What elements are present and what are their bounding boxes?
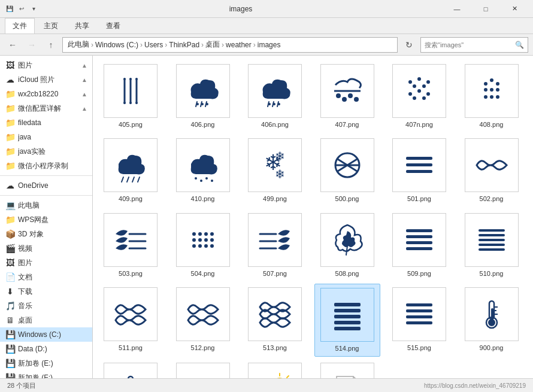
quick-access-dropdown[interactable]: ▾ [29, 4, 38, 14]
file-item-999[interactable]: N/A 999.png [170, 359, 236, 378]
drive-c-icon: 💾 [5, 330, 16, 339]
file-item-408[interactable]: 408.png [459, 60, 525, 132]
up-button[interactable]: ↑ [43, 37, 59, 53]
quick-access-save[interactable]: 💾 [5, 4, 14, 14]
file-item-514[interactable]: 514.png [314, 284, 380, 357]
svg-point-32 [417, 89, 421, 93]
file-item-md[interactable]: ↖ 和风天气状况代码和图标文档.md [314, 359, 380, 378]
maximize-button[interactable]: □ [472, 0, 499, 18]
file-item-410[interactable]: 410.png [170, 135, 236, 206]
sidebar-item-d-drive[interactable]: 💾 Data (D:) [0, 342, 92, 356]
forward-button[interactable]: → [24, 37, 40, 53]
quick-access-undo[interactable]: ↩ [17, 4, 26, 14]
sidebar-item-java[interactable]: 📁 java [0, 130, 92, 144]
sidebar-item-docs[interactable]: 📄 文档 [0, 270, 92, 284]
sidebar-item-wps[interactable]: 📁 WPS网盘 [0, 212, 92, 227]
svg-rect-62 [406, 170, 432, 173]
file-item-406[interactable]: 406.png [170, 60, 236, 132]
svg-point-29 [413, 84, 416, 88]
tab-share[interactable]: 共享 [67, 18, 97, 34]
search-box[interactable]: 🔍 [420, 37, 528, 53]
svg-rect-85 [406, 247, 432, 250]
tab-view[interactable]: 查看 [98, 18, 128, 34]
file-item-509[interactable]: 509.png [386, 209, 452, 281]
file-item-511[interactable]: 511.png [98, 284, 163, 357]
file-label-406: 406.png [191, 120, 215, 129]
file-item-515[interactable]: 515.png [386, 284, 452, 357]
search-input[interactable] [425, 41, 513, 48]
file-item-407[interactable]: 407.png [314, 60, 380, 132]
svg-rect-82 [406, 229, 432, 232]
file-item-508[interactable]: 508.png [314, 209, 380, 281]
svg-rect-84 [406, 241, 432, 244]
file-icon-503 [104, 213, 158, 267]
file-item-409[interactable]: 409.png [98, 135, 163, 206]
file-icon-900 [465, 287, 519, 341]
svg-point-41 [496, 88, 499, 92]
sidebar-item-filedata[interactable]: 📁 filedata [0, 116, 92, 130]
sidebar-item-downloads[interactable]: ⬇ 下载 [0, 284, 92, 299]
file-icon-407n [392, 64, 446, 118]
tab-home[interactable]: 主页 [36, 18, 66, 34]
svg-point-19 [273, 103, 275, 105]
file-item-900[interactable]: 900.png [459, 284, 525, 357]
sidebar-item-music[interactable]: 🎵 音乐 [0, 299, 92, 313]
file-label-501: 501.png [407, 195, 431, 203]
sidebar-item-wechat-config[interactable]: 📁 微信配置详解 ▲ [0, 101, 92, 116]
sidebar-item-e-drive[interactable]: 💾 新加卷 (E:) [0, 356, 92, 370]
file-icon-499: ❄ ❄ ❄ [248, 138, 302, 192]
sidebar-item-icloud[interactable]: ☁ iCloud 照片 ▲ [0, 72, 92, 87]
file-label-510: 510.png [480, 269, 504, 278]
file-item-507[interactable]: 507.png [242, 209, 308, 281]
sidebar-item-this-pc[interactable]: 💻 此电脑 [0, 198, 92, 212]
svg-rect-95 [334, 327, 361, 330]
svg-point-28 [426, 80, 430, 84]
svg-rect-91 [334, 303, 361, 306]
file-item-501[interactable]: 501.png [386, 135, 452, 206]
svg-point-111 [274, 378, 286, 378]
file-item-512[interactable]: 512.png [170, 284, 236, 357]
back-button[interactable]: ← [5, 37, 20, 53]
file-item-510[interactable]: 510.png [459, 209, 525, 281]
file-item-500[interactable]: 500.png [314, 135, 380, 206]
file-label-512: 512.png [191, 344, 215, 352]
svg-point-4 [129, 78, 132, 80]
file-grid: 405.png 406.png [95, 58, 531, 378]
address-path[interactable]: 此电脑 › Windows (C:) › Users › ThinkPad › … [62, 37, 398, 53]
sidebar-item-pics[interactable]: 🖼 图片 [0, 256, 92, 270]
file-item-502[interactable]: 502.png [459, 135, 525, 206]
file-item-wjpg[interactable]: w.jpg [242, 359, 308, 378]
file-item-901[interactable]: 901.png [98, 359, 163, 378]
minimize-button[interactable]: — [443, 0, 471, 18]
sidebar-item-c-drive[interactable]: 💾 Windows (C:) [0, 327, 92, 342]
sidebar-item-wx[interactable]: 📁 wx2cb18220 ▲ [0, 87, 92, 101]
file-item-407n[interactable]: 407n.png [386, 60, 452, 132]
file-item-503[interactable]: 503.png [98, 209, 163, 281]
tab-file[interactable]: 文件 [5, 18, 35, 34]
file-icon-502 [465, 138, 519, 192]
sidebar-item-f-drive[interactable]: 💾 新加卷 (F:) [0, 370, 92, 378]
file-item-405[interactable]: 405.png [98, 60, 163, 132]
sidebar-item-video[interactable]: 🎬 视频 [0, 241, 92, 256]
file-item-504[interactable]: 504.png [170, 209, 236, 281]
file-label-408: 408.png [480, 120, 504, 129]
divider2 [0, 195, 92, 196]
refresh-button[interactable]: ↻ [401, 37, 417, 53]
sidebar-item-desktop[interactable]: 🖥 桌面 [0, 313, 92, 327]
status-bar: 28 个项目 https://blog.csdn.net/weixin_4670… [0, 378, 533, 392]
file-item-513[interactable]: 513.png [242, 284, 308, 357]
file-item-406n[interactable]: 406n.png [242, 60, 308, 132]
drive-e-icon: 💾 [5, 358, 16, 368]
sidebar-item-3d[interactable]: 📦 3D 对象 [0, 227, 92, 241]
sidebar-item-pictures[interactable]: 🖼 图片 ▲ [0, 58, 92, 72]
sidebar-item-wechat-mini[interactable]: 📁 微信小程序录制 [0, 159, 92, 173]
file-icon-501 [392, 138, 446, 192]
folder-icon: 📁 [5, 89, 16, 99]
sidebar-item-java-lab[interactable]: 📁 java实验 [0, 144, 92, 159]
close-button[interactable]: ✕ [501, 0, 528, 18]
file-item-499[interactable]: ❄ ❄ ❄ 499.png [242, 135, 308, 206]
svg-point-8 [135, 102, 138, 104]
svg-rect-92 [334, 309, 361, 312]
sidebar-item-onedrive[interactable]: ☁ OneDrive [0, 178, 92, 193]
file-label-503: 503.png [119, 269, 143, 278]
